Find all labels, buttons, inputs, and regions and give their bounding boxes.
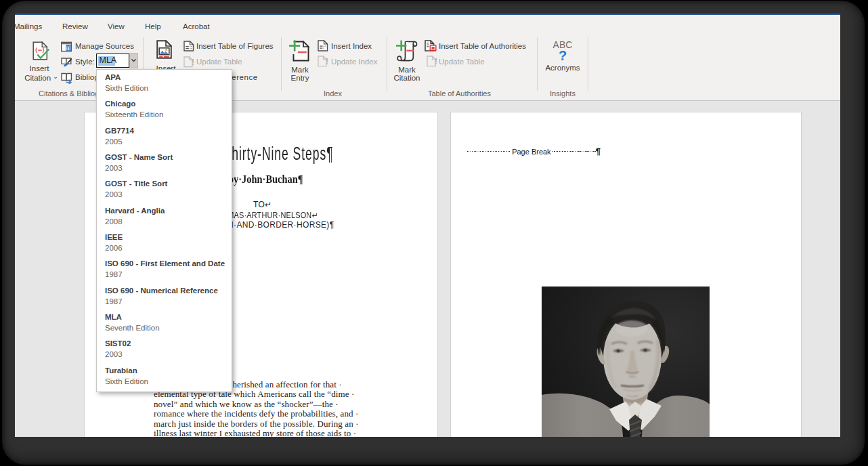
- svg-text:!: !: [435, 57, 437, 66]
- svg-text:!: !: [326, 57, 328, 66]
- svg-text:!: !: [192, 58, 194, 67]
